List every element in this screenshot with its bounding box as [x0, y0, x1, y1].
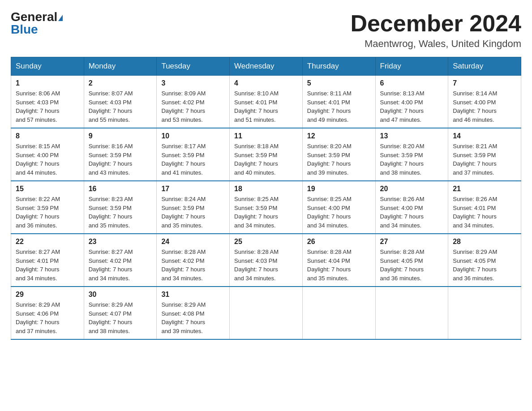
day-number: 22: [16, 238, 79, 246]
empty-cell: [302, 287, 375, 339]
day-cell-20: 20Sunrise: 8:26 AM Sunset: 4:00 PM Dayli…: [375, 181, 448, 234]
day-info: Sunrise: 8:16 AM Sunset: 3:59 PM Dayligh…: [89, 142, 152, 177]
weekday-header-thursday: Thursday: [302, 57, 375, 76]
logo: General Blue: [11, 11, 63, 36]
day-cell-21: 21Sunrise: 8:26 AM Sunset: 4:01 PM Dayli…: [448, 181, 521, 234]
day-number: 27: [380, 238, 444, 246]
day-info: Sunrise: 8:28 AM Sunset: 4:04 PM Dayligh…: [307, 248, 371, 283]
day-info: Sunrise: 8:11 AM Sunset: 4:01 PM Dayligh…: [307, 89, 371, 124]
weekday-header-row: SundayMondayTuesdayWednesdayThursdayFrid…: [11, 57, 521, 76]
week-row-2: 8Sunrise: 8:15 AM Sunset: 4:00 PM Daylig…: [11, 128, 521, 181]
day-number: 29: [16, 291, 79, 299]
day-cell-5: 5Sunrise: 8:11 AM Sunset: 4:01 PM Daylig…: [302, 76, 375, 128]
day-number: 11: [234, 132, 298, 140]
day-info: Sunrise: 8:27 AM Sunset: 4:01 PM Dayligh…: [16, 248, 79, 283]
day-number: 19: [307, 185, 371, 193]
day-number: 28: [453, 238, 516, 246]
weekday-header-sunday: Sunday: [11, 57, 84, 76]
weekday-header-tuesday: Tuesday: [157, 57, 230, 76]
day-info: Sunrise: 8:06 AM Sunset: 4:03 PM Dayligh…: [16, 89, 79, 124]
logo-triangle-icon: [58, 15, 63, 21]
weekday-header-wednesday: Wednesday: [230, 57, 303, 76]
empty-cell: [230, 287, 303, 339]
day-cell-13: 13Sunrise: 8:20 AM Sunset: 3:59 PM Dayli…: [375, 128, 448, 181]
day-cell-2: 2Sunrise: 8:07 AM Sunset: 4:03 PM Daylig…: [84, 76, 157, 128]
day-info: Sunrise: 8:07 AM Sunset: 4:03 PM Dayligh…: [89, 89, 152, 124]
day-info: Sunrise: 8:24 AM Sunset: 3:59 PM Dayligh…: [161, 195, 225, 230]
day-number: 13: [380, 132, 444, 140]
day-number: 4: [234, 79, 298, 87]
day-number: 1: [16, 79, 79, 87]
day-info: Sunrise: 8:14 AM Sunset: 4:00 PM Dayligh…: [453, 89, 516, 124]
day-cell-28: 28Sunrise: 8:29 AM Sunset: 4:05 PM Dayli…: [448, 234, 521, 287]
day-info: Sunrise: 8:29 AM Sunset: 4:06 PM Dayligh…: [16, 300, 79, 335]
day-info: Sunrise: 8:22 AM Sunset: 3:59 PM Dayligh…: [16, 195, 79, 230]
day-cell-15: 15Sunrise: 8:22 AM Sunset: 3:59 PM Dayli…: [11, 181, 84, 234]
calendar-table: SundayMondayTuesdayWednesdayThursdayFrid…: [11, 57, 521, 340]
day-cell-18: 18Sunrise: 8:25 AM Sunset: 3:59 PM Dayli…: [230, 181, 303, 234]
day-number: 15: [16, 185, 79, 193]
day-number: 23: [89, 238, 152, 246]
day-number: 31: [161, 291, 225, 299]
day-info: Sunrise: 8:21 AM Sunset: 3:59 PM Dayligh…: [453, 142, 516, 177]
day-info: Sunrise: 8:09 AM Sunset: 4:02 PM Dayligh…: [161, 89, 225, 124]
week-row-4: 22Sunrise: 8:27 AM Sunset: 4:01 PM Dayli…: [11, 234, 521, 287]
day-cell-11: 11Sunrise: 8:18 AM Sunset: 3:59 PM Dayli…: [230, 128, 303, 181]
day-number: 5: [307, 79, 371, 87]
day-info: Sunrise: 8:10 AM Sunset: 4:01 PM Dayligh…: [234, 89, 298, 124]
day-cell-1: 1Sunrise: 8:06 AM Sunset: 4:03 PM Daylig…: [11, 76, 84, 128]
location: Maentwrog, Wales, United Kingdom: [350, 38, 521, 50]
day-number: 18: [234, 185, 298, 193]
day-cell-23: 23Sunrise: 8:27 AM Sunset: 4:02 PM Dayli…: [84, 234, 157, 287]
day-cell-24: 24Sunrise: 8:28 AM Sunset: 4:02 PM Dayli…: [157, 234, 230, 287]
month-title: December 2024: [350, 11, 521, 36]
day-cell-6: 6Sunrise: 8:13 AM Sunset: 4:00 PM Daylig…: [375, 76, 448, 128]
day-info: Sunrise: 8:29 AM Sunset: 4:08 PM Dayligh…: [161, 300, 225, 335]
day-cell-31: 31Sunrise: 8:29 AM Sunset: 4:08 PM Dayli…: [157, 287, 230, 339]
day-info: Sunrise: 8:28 AM Sunset: 4:05 PM Dayligh…: [380, 248, 444, 283]
empty-cell: [448, 287, 521, 339]
day-info: Sunrise: 8:27 AM Sunset: 4:02 PM Dayligh…: [89, 248, 152, 283]
day-cell-19: 19Sunrise: 8:25 AM Sunset: 4:00 PM Dayli…: [302, 181, 375, 234]
page-header: General Blue December 2024 Maentwrog, Wa…: [11, 11, 521, 50]
day-info: Sunrise: 8:20 AM Sunset: 3:59 PM Dayligh…: [380, 142, 444, 177]
day-number: 10: [161, 132, 225, 140]
day-number: 14: [453, 132, 516, 140]
day-cell-30: 30Sunrise: 8:29 AM Sunset: 4:07 PM Dayli…: [84, 287, 157, 339]
weekday-header-friday: Friday: [375, 57, 448, 76]
day-number: 2: [89, 79, 152, 87]
day-cell-22: 22Sunrise: 8:27 AM Sunset: 4:01 PM Dayli…: [11, 234, 84, 287]
day-number: 21: [453, 185, 516, 193]
day-cell-3: 3Sunrise: 8:09 AM Sunset: 4:02 PM Daylig…: [157, 76, 230, 128]
day-number: 26: [307, 238, 371, 246]
day-info: Sunrise: 8:25 AM Sunset: 4:00 PM Dayligh…: [307, 195, 371, 230]
day-number: 12: [307, 132, 371, 140]
weekday-header-monday: Monday: [84, 57, 157, 76]
day-cell-10: 10Sunrise: 8:17 AM Sunset: 3:59 PM Dayli…: [157, 128, 230, 181]
day-cell-17: 17Sunrise: 8:24 AM Sunset: 3:59 PM Dayli…: [157, 181, 230, 234]
day-info: Sunrise: 8:28 AM Sunset: 4:03 PM Dayligh…: [234, 248, 298, 283]
day-cell-26: 26Sunrise: 8:28 AM Sunset: 4:04 PM Dayli…: [302, 234, 375, 287]
day-info: Sunrise: 8:25 AM Sunset: 3:59 PM Dayligh…: [234, 195, 298, 230]
day-info: Sunrise: 8:26 AM Sunset: 4:01 PM Dayligh…: [453, 195, 516, 230]
day-number: 8: [16, 132, 79, 140]
day-info: Sunrise: 8:28 AM Sunset: 4:02 PM Dayligh…: [161, 248, 225, 283]
logo-blue: Blue: [11, 22, 38, 36]
day-info: Sunrise: 8:29 AM Sunset: 4:05 PM Dayligh…: [453, 248, 516, 283]
day-cell-16: 16Sunrise: 8:23 AM Sunset: 3:59 PM Dayli…: [84, 181, 157, 234]
day-info: Sunrise: 8:23 AM Sunset: 3:59 PM Dayligh…: [89, 195, 152, 230]
day-number: 6: [380, 79, 444, 87]
day-number: 9: [89, 132, 152, 140]
day-cell-27: 27Sunrise: 8:28 AM Sunset: 4:05 PM Dayli…: [375, 234, 448, 287]
day-info: Sunrise: 8:13 AM Sunset: 4:00 PM Dayligh…: [380, 89, 444, 124]
empty-cell: [375, 287, 448, 339]
day-number: 20: [380, 185, 444, 193]
day-number: 25: [234, 238, 298, 246]
day-info: Sunrise: 8:29 AM Sunset: 4:07 PM Dayligh…: [89, 300, 152, 335]
day-number: 3: [161, 79, 225, 87]
day-info: Sunrise: 8:26 AM Sunset: 4:00 PM Dayligh…: [380, 195, 444, 230]
day-cell-9: 9Sunrise: 8:16 AM Sunset: 3:59 PM Daylig…: [84, 128, 157, 181]
day-cell-25: 25Sunrise: 8:28 AM Sunset: 4:03 PM Dayli…: [230, 234, 303, 287]
day-number: 16: [89, 185, 152, 193]
day-info: Sunrise: 8:17 AM Sunset: 3:59 PM Dayligh…: [161, 142, 225, 177]
